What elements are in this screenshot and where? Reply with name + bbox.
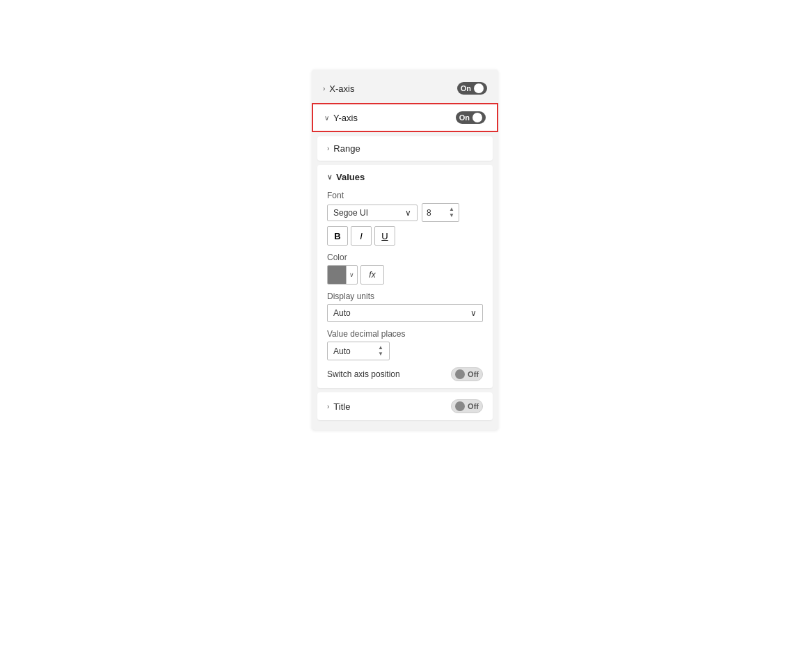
title-chevron-right-icon: ›	[327, 403, 329, 410]
xaxis-chevron-right-icon: ›	[323, 85, 325, 93]
bold-button[interactable]: B	[327, 226, 348, 246]
xaxis-section[interactable]: › X-axis On	[312, 75, 498, 102]
range-section: › Range	[317, 136, 493, 161]
font-dropdown-icon: ∨	[405, 208, 411, 218]
xaxis-toggle-circle	[474, 83, 484, 93]
yaxis-toggle[interactable]: On	[456, 111, 486, 124]
format-panel: › X-axis On ∨ Y-axis On › Range ∨	[312, 70, 498, 430]
font-size-input[interactable]: 8 ▲ ▼	[422, 203, 459, 222]
range-chevron-right-icon: ›	[327, 145, 329, 152]
underline-button[interactable]: U	[374, 226, 395, 246]
values-chevron-down-icon: ∨	[327, 173, 332, 181]
switch-axis-toggle-circle	[455, 369, 465, 379]
font-size-down-icon[interactable]: ▼	[449, 213, 454, 218]
fx-button[interactable]: fx	[360, 265, 384, 285]
title-section: › Title Off	[317, 392, 493, 420]
color-swatch-button[interactable]: ∨	[327, 265, 358, 285]
decimal-places-input[interactable]: Auto ▲ ▼	[327, 342, 390, 360]
values-section: ∨ Values Font Segoe UI ∨ 8 ▲ ▼ B I U	[317, 165, 493, 388]
decimal-spinner: ▲ ▼	[378, 345, 383, 357]
decimal-down-icon[interactable]: ▼	[378, 351, 383, 357]
switch-axis-label: Switch axis position	[327, 369, 400, 379]
color-row: ∨ fx	[327, 265, 483, 285]
switch-axis-row: Switch axis position Off	[327, 367, 483, 381]
yaxis-toggle-circle	[472, 113, 482, 122]
font-row: Segoe UI ∨ 8 ▲ ▼	[327, 203, 483, 222]
title-row[interactable]: › Title Off	[317, 392, 493, 420]
display-units-dropdown-icon: ∨	[470, 308, 477, 318]
font-size-up-icon[interactable]: ▲	[449, 207, 454, 212]
range-label: › Range	[327, 143, 360, 154]
decimal-places-label: Value decimal places	[327, 329, 483, 339]
range-row[interactable]: › Range	[317, 136, 493, 161]
title-toggle[interactable]: Off	[451, 399, 483, 413]
yaxis-section[interactable]: ∨ Y-axis On	[312, 103, 498, 132]
xaxis-toggle[interactable]: On	[457, 82, 487, 95]
color-label: Color	[327, 253, 483, 262]
yaxis-label: ∨ Y-axis	[324, 113, 358, 123]
color-swatch	[328, 266, 346, 284]
italic-button[interactable]: I	[351, 226, 372, 246]
font-family-select[interactable]: Segoe UI ∨	[327, 205, 418, 221]
xaxis-label: › X-axis	[323, 83, 354, 94]
color-dropdown-icon: ∨	[346, 266, 357, 284]
display-units-label: Display units	[327, 291, 483, 301]
title-label: › Title	[327, 401, 350, 412]
decimal-up-icon[interactable]: ▲	[378, 345, 383, 351]
yaxis-chevron-down-icon: ∨	[324, 114, 329, 122]
switch-axis-toggle[interactable]: Off	[451, 367, 483, 381]
font-size-spinner: ▲ ▼	[449, 207, 454, 218]
format-buttons: B I U	[327, 226, 483, 246]
font-label: Font	[327, 191, 483, 200]
display-units-select[interactable]: Auto ∨	[327, 304, 483, 322]
values-title[interactable]: ∨ Values	[327, 172, 483, 182]
title-toggle-circle	[455, 401, 465, 411]
